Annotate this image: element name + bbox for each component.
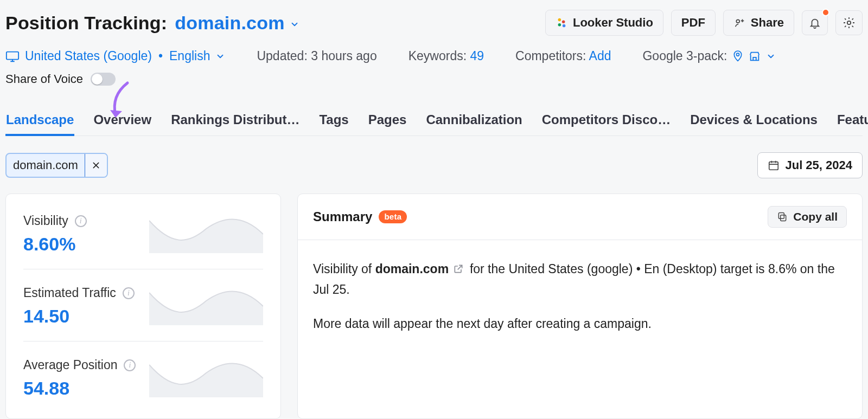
metric-visibility[interactable]: Visibility i 8.60% [23, 209, 263, 269]
metric-average-position[interactable]: Average Position i 54.88 [23, 341, 263, 413]
metric-label: Estimated Traffic [23, 286, 116, 300]
competitors-label: Competitors: [515, 49, 586, 63]
campaign-meta-row: United States (Google) • English Updated… [5, 49, 863, 63]
looker-label: Looker Studio [573, 16, 653, 30]
summary-title: Summary [313, 209, 372, 224]
pin-icon [732, 50, 743, 63]
keywords-value[interactable]: 49 [470, 49, 484, 63]
locale-region: United States (Google) [25, 49, 152, 63]
info-icon[interactable]: i [124, 359, 136, 371]
bullet-dot: • [157, 49, 164, 63]
title-prefix: Position Tracking: [5, 12, 167, 34]
share-button[interactable]: Share [723, 10, 794, 36]
svg-point-0 [558, 18, 561, 22]
date-value: Jul 25, 2024 [785, 158, 852, 172]
date-picker[interactable]: Jul 25, 2024 [757, 152, 863, 178]
tab-landscape[interactable]: Landscape [5, 112, 74, 136]
chevron-down-icon [290, 20, 299, 29]
svg-point-7 [737, 53, 739, 56]
domain-text: domain.com [175, 12, 284, 33]
share-icon [733, 17, 745, 29]
beta-badge: beta [379, 210, 407, 223]
bell-icon [809, 16, 821, 29]
pdf-label: PDF [681, 16, 705, 30]
external-link-icon[interactable] [453, 261, 464, 280]
copy-icon [777, 211, 788, 222]
google-3pack-meta[interactable]: Google 3-pack: [642, 49, 776, 63]
filter-row: domain.com Jul 25, 2024 [5, 152, 863, 178]
tab-pages[interactable]: Pages [368, 112, 407, 136]
metric-value: 14.50 [23, 306, 135, 327]
content-columns: Visibility i 8.60% Estimated Traffic i 1… [5, 194, 863, 419]
calendar-icon [768, 159, 780, 171]
svg-rect-8 [769, 162, 778, 170]
annotation-arrow [106, 80, 138, 122]
keywords-meta: Keywords: 49 [409, 49, 484, 63]
svg-point-3 [563, 24, 566, 28]
info-icon[interactable]: i [75, 215, 87, 227]
notifications-button[interactable] [802, 10, 828, 35]
summary-line-1: Visibility of domain.com for the United … [313, 260, 847, 299]
looker-studio-button[interactable]: Looker Studio [545, 10, 663, 36]
sov-label: Share of Voice [5, 72, 83, 86]
notification-dot [822, 9, 829, 16]
svg-point-1 [562, 20, 565, 23]
svg-point-2 [558, 23, 561, 26]
copy-all-button[interactable]: Copy all [768, 206, 847, 228]
metrics-card: Visibility i 8.60% Estimated Traffic i 1… [5, 194, 281, 419]
svg-point-4 [736, 20, 739, 23]
close-icon [92, 161, 100, 170]
updated-label: Updated: [257, 49, 307, 63]
pdf-button[interactable]: PDF [671, 10, 716, 36]
chevron-down-icon [215, 51, 225, 61]
metric-value: 54.88 [23, 378, 136, 399]
page-header: Position Tracking: domain.com Looker Stu… [5, 10, 863, 36]
copy-all-label: Copy all [793, 210, 838, 223]
keywords-label: Keywords: [409, 49, 467, 63]
desktop-icon [5, 50, 20, 62]
chevron-down-icon [766, 51, 776, 61]
page-title: Position Tracking: domain.com [5, 12, 299, 34]
metric-estimated-traffic[interactable]: Estimated Traffic i 14.50 [23, 269, 263, 341]
summary-header: Summary beta Copy all [298, 194, 862, 240]
settings-button[interactable] [835, 10, 863, 35]
summary-domain: domain.com [375, 262, 449, 276]
svg-rect-10 [779, 213, 784, 219]
svg-rect-6 [7, 51, 18, 59]
competitors-add[interactable]: Add [589, 49, 611, 63]
locale-selector[interactable]: United States (Google) • English [5, 49, 225, 63]
metric-label: Average Position [23, 358, 117, 372]
tab-rankings-distribut[interactable]: Rankings Distribut… [170, 112, 300, 136]
domain-chip: domain.com [5, 153, 108, 178]
summary-card: Summary beta Copy all Visibility of doma… [297, 194, 863, 419]
chip-remove[interactable] [85, 154, 107, 177]
tab-featured-snippets[interactable]: Featured Snippets [837, 112, 868, 136]
svg-rect-9 [781, 215, 786, 221]
updated-meta: Updated: 3 hours ago [257, 49, 376, 63]
tab-devices-locations[interactable]: Devices & Locations [690, 112, 818, 136]
chip-text: domain.com [7, 154, 85, 177]
looker-icon [556, 17, 567, 29]
tab-competitors-disco[interactable]: Competitors Disco… [541, 112, 671, 136]
metric-label: Visibility [23, 214, 68, 228]
gpack-label: Google 3-pack: [642, 49, 727, 63]
summary-body: Visibility of domain.com for the United … [298, 240, 862, 364]
gear-icon [843, 16, 856, 29]
store-icon [749, 50, 761, 62]
locale-language: English [169, 49, 210, 63]
metric-value: 8.60% [23, 234, 87, 255]
share-label: Share [751, 16, 784, 30]
summary-line-2: More data will appear the next day after… [313, 314, 847, 334]
updated-value: 3 hours ago [311, 49, 376, 63]
tab-cannibalization[interactable]: Cannibalization [425, 112, 522, 136]
header-actions: Looker Studio PDF Share [545, 10, 863, 36]
domain-selector[interactable]: domain.com [175, 12, 299, 34]
svg-point-5 [847, 21, 851, 24]
tab-tags[interactable]: Tags [318, 112, 349, 136]
info-icon[interactable]: i [123, 287, 135, 299]
competitors-meta: Competitors: Add [515, 49, 611, 63]
